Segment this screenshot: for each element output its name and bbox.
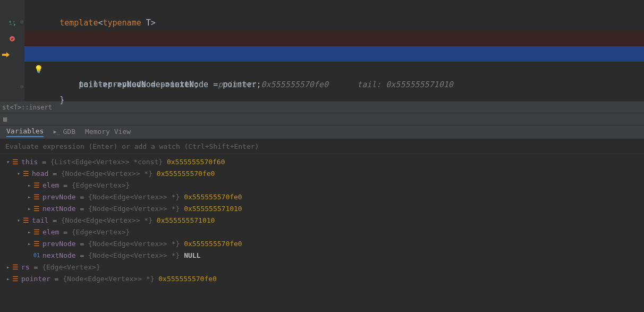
code-editor: ⊟ ⊟ template<typename T> void List<T>::i…	[0, 0, 644, 101]
struct-icon: ☰	[22, 215, 30, 226]
breadcrumb[interactable]: st<T>::insert	[0, 101, 644, 113]
var-type: {Node<Edge<Vertex>> *}	[88, 203, 180, 215]
fold-marker-icon[interactable]: ⊟	[21, 19, 23, 24]
eval-placeholder: Evaluate expression (Enter) or add a wat…	[5, 142, 259, 150]
var-tail-prevnode[interactable]: ▸☰prevNode = {Node<Edge<Vertex>> *} 0x55…	[0, 238, 644, 250]
var-address: 0x555555570fe0	[157, 168, 215, 180]
var-name: tail	[32, 215, 48, 226]
editor-gutter: ⊟ ⊟	[0, 0, 24, 101]
debug-tabs: Variables ▶_ GDB Memory View	[0, 125, 644, 139]
variables-tree: ▾☰this = {List<Edge<Vertex>> *const} 0x5…	[0, 154, 644, 287]
var-name: this	[21, 156, 38, 168]
closing-brace: }	[60, 95, 64, 105]
chevron-right-icon[interactable]: ▸	[26, 191, 33, 203]
var-name: elem	[43, 226, 59, 238]
var-this[interactable]: ▾☰this = {List<Edge<Vertex>> *const} 0x5…	[0, 156, 644, 168]
debug-panel: Variables ▶_ GDB Memory View Evaluate ex…	[0, 125, 644, 287]
var-pointer[interactable]: ▸☰pointer = {Node<Edge<Vertex>> *} 0x555…	[0, 273, 644, 285]
var-tail[interactable]: ▾☰tail = {Node<Edge<Vertex>> *} 0x555555…	[0, 215, 644, 226]
var-head-elem[interactable]: ▸☰elem = {Edge<Vertex>}	[0, 180, 644, 191]
tab-label: Variables	[6, 127, 44, 135]
struct-icon: ☰	[33, 226, 40, 238]
var-name: nextNode	[43, 203, 76, 215]
console-icon: ▶_	[53, 129, 60, 134]
primitive-icon: 01	[33, 250, 40, 262]
var-address: 0x555555570f60	[167, 156, 225, 168]
var-address: 0x555555571010	[157, 215, 215, 226]
struct-icon: ☰	[22, 168, 30, 180]
var-name: prevNode	[43, 191, 76, 203]
chevron-right-icon[interactable]: ▸	[26, 238, 33, 250]
struct-icon: ☰	[12, 273, 19, 285]
chevron-right-icon[interactable]: ▸	[26, 226, 33, 238]
code-line: }	[31, 77, 644, 92]
chevron-down-icon[interactable]: ▾	[15, 215, 22, 226]
var-name: nextNode	[43, 250, 76, 262]
struct-icon: ☰	[33, 180, 40, 191]
var-name: elem	[43, 180, 59, 191]
layout-icon[interactable]: ▦	[3, 115, 7, 123]
code-line-breakpoint: auto pointer = new class Node<T>(rs, tai…	[24, 31, 644, 46]
var-tail-elem[interactable]: ▸☰elem = {Edge<Vertex>}	[0, 226, 644, 238]
var-address: 0x555555570fe0	[158, 273, 217, 285]
code-line: void List<T>::insert(T rs) { rs: Edge<Ve…	[31, 15, 644, 31]
var-type: {Node<Edge<Vertex>> *}	[61, 168, 152, 180]
debug-toolbar: ▦	[0, 113, 644, 125]
struct-icon: ☰	[33, 238, 40, 250]
struct-icon: ☰	[12, 262, 19, 273]
var-type: {Node<Edge<Vertex>> *}	[88, 191, 180, 203]
var-type: {Node<Edge<Vertex>> *}	[63, 273, 154, 285]
chevron-right-icon[interactable]: ▸	[4, 273, 12, 285]
struct-icon: ☰	[12, 156, 19, 168]
var-rs[interactable]: ▸☰rs = {Edge<Vertex>}	[0, 262, 644, 273]
execution-pointer-icon	[0, 49, 24, 60]
chevron-right-icon[interactable]: ▸	[26, 180, 33, 191]
evaluate-expression-input[interactable]: Evaluate expression (Enter) or add a wat…	[0, 139, 644, 154]
struct-icon: ☰	[33, 203, 40, 215]
var-type: {Node<Edge<Vertex>> *}	[61, 215, 152, 226]
tab-gdb[interactable]: ▶_ GDB	[53, 128, 75, 137]
var-head[interactable]: ▾☰head = {Node<Edge<Vertex>> *} 0x555555…	[0, 168, 644, 180]
var-head-nextnode[interactable]: ▸☰nextNode = {Node<Edge<Vertex>> *} 0x55…	[0, 203, 644, 215]
var-address: 0x555555570fe0	[184, 238, 242, 250]
var-name: pointer	[21, 273, 50, 285]
var-name: rs	[21, 262, 30, 273]
var-name: prevNode	[43, 238, 76, 250]
tab-label: Memory View	[85, 128, 131, 136]
var-address: 0x555555570fe0	[184, 191, 242, 203]
code-line-current: 💡 tail->prevNode = pointer; pointer: 0x5…	[24, 46, 644, 62]
chevron-right-icon[interactable]: ▸	[4, 262, 12, 273]
var-head-prevnode[interactable]: ▸☰prevNode = {Node<Edge<Vertex>> *} 0x55…	[0, 191, 644, 203]
code-content[interactable]: template<typename T> void List<T>::inser…	[24, 0, 644, 101]
var-type: {List<Edge<Vertex>> *const}	[50, 156, 163, 168]
chevron-down-icon[interactable]: ▾	[4, 156, 12, 168]
chevron-down-icon[interactable]: ▾	[15, 168, 22, 180]
code-line: template<typename T>	[31, 0, 644, 15]
var-type: {Node<Edge<Vertex>> *}	[88, 238, 180, 250]
tab-variables[interactable]: Variables	[6, 127, 44, 137]
var-null: NULL	[184, 250, 200, 262]
code-line: pointer->prevNode->nextNode = pointer;	[31, 62, 644, 77]
var-type: {Edge<Vertex>}	[72, 180, 130, 191]
var-type: {Edge<Vertex>}	[42, 262, 100, 273]
var-type: {Edge<Vertex>}	[72, 226, 130, 238]
tab-memory-view[interactable]: Memory View	[85, 128, 131, 137]
tab-label: GDB	[63, 128, 75, 136]
fold-end-marker-icon[interactable]: ⊟	[21, 84, 23, 89]
var-name: head	[32, 168, 48, 180]
breakpoint-icon[interactable]	[0, 33, 24, 44]
var-type: {Node<Edge<Vertex>> *}	[88, 250, 180, 262]
chevron-right-icon[interactable]: ▸	[26, 203, 33, 215]
var-tail-nextnode[interactable]: 01nextNode = {Node<Edge<Vertex>> *} NULL	[0, 250, 644, 262]
struct-icon: ☰	[33, 191, 40, 203]
var-address: 0x555555571010	[184, 203, 242, 215]
